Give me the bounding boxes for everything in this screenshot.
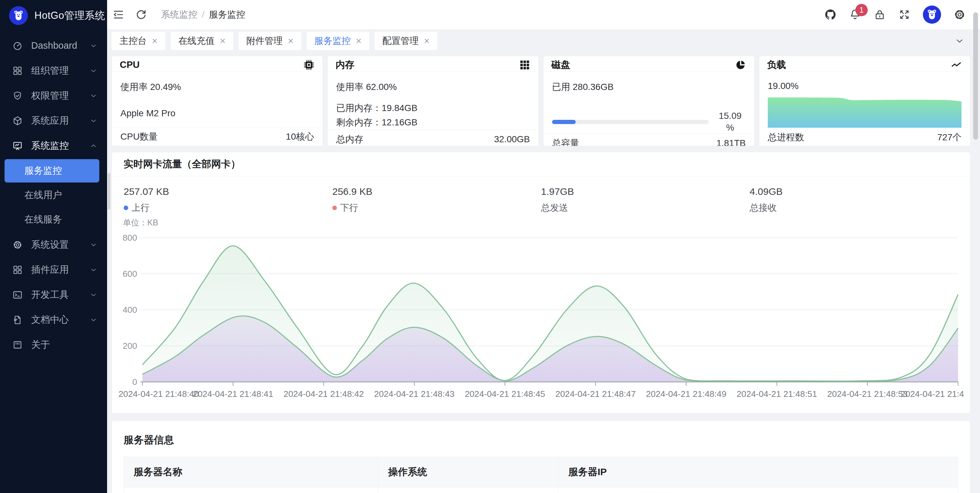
settings-gear-icon[interactable] bbox=[953, 8, 966, 21]
breadcrumb: 系统监控 / 服务监控 bbox=[161, 8, 245, 21]
cube-icon bbox=[12, 116, 23, 126]
close-tab-icon[interactable]: × bbox=[424, 36, 430, 46]
app-logo[interactable]: HotGo管理系统 bbox=[0, 0, 107, 31]
memory-usage-text: 使用率 62.00% bbox=[336, 81, 530, 93]
cpu-card-title: CPU bbox=[120, 59, 140, 70]
svg-text:2024-04-21 21:48:45: 2024-04-21 21:48:45 bbox=[465, 389, 545, 399]
chevron-down-icon bbox=[89, 241, 97, 249]
chevron-down-icon bbox=[89, 67, 97, 75]
monitor-chart-icon bbox=[12, 140, 23, 151]
close-tab-icon[interactable]: × bbox=[288, 36, 294, 46]
legend-dot-icon bbox=[124, 206, 128, 210]
table-header-1: 操作系统 bbox=[379, 457, 558, 487]
breadcrumb-current[interactable]: 服务监控 bbox=[209, 8, 245, 21]
app-title: HotGo管理系统 bbox=[34, 9, 105, 22]
legend-dot-icon bbox=[332, 206, 337, 210]
cpu-model-text: Apple M2 Pro bbox=[120, 108, 314, 118]
chevron-down-icon bbox=[89, 291, 97, 299]
network-stats-row: 257.07 KB上行256.9 KB下行1.97GB总发送4.09GB总接收 bbox=[112, 176, 970, 215]
sidebar-subitem-online-users[interactable]: 在线用户 bbox=[5, 183, 99, 207]
gear-icon bbox=[12, 240, 23, 250]
disk-progress-fill bbox=[552, 120, 576, 124]
sidebar-item-system-monitor[interactable]: 系统监控 bbox=[0, 133, 107, 158]
network-chart: 单位：KB 02004006008002024-04-21 21:48:4020… bbox=[112, 215, 970, 413]
chart-unit-label: 单位：KB bbox=[123, 217, 965, 228]
svg-text:200: 200 bbox=[123, 341, 137, 351]
sidebar-item-auth-manage[interactable]: 权限管理 bbox=[0, 83, 107, 108]
sidebar-item-org-manage[interactable]: 组织管理 bbox=[0, 58, 107, 83]
disk-percent-text: 15.09 % bbox=[714, 110, 746, 134]
server-info-card: 服务器信息 服务器名称操作系统服务器IPmengshuaideMBPdarwin… bbox=[111, 421, 970, 493]
sidebar-subitem-online-services[interactable]: 在线服务 bbox=[5, 208, 99, 231]
table-row: mengshuaideMBPdarwin191.27 / .238 bbox=[124, 487, 958, 493]
stat-cards-row: CPU 使用率 20.49% Apple M2 Pro CPU数量 10核心 bbox=[111, 56, 970, 146]
content-scrollbar[interactable] bbox=[108, 173, 110, 209]
network-stat-1: 256.9 KB下行 bbox=[332, 186, 541, 214]
svg-text:2024-04-21 21:4: 2024-04-21 21:4 bbox=[900, 389, 964, 399]
svg-text:400: 400 bbox=[123, 305, 137, 315]
sidebar-item-system-apps[interactable]: 系统应用 bbox=[0, 108, 107, 133]
close-tab-icon[interactable]: × bbox=[152, 36, 158, 46]
cpu-footer-value: 10核心 bbox=[286, 131, 314, 143]
load-card: 负载 19.00% 总进程数 727个 bbox=[759, 56, 970, 146]
collapse-sidebar-icon[interactable] bbox=[112, 8, 125, 21]
memory-free-text: 剩余内存：12.16GB bbox=[336, 115, 530, 129]
pie-chart-icon bbox=[735, 59, 746, 71]
server-info-table: 服务器名称操作系统服务器IPmengshuaideMBPdarwin191.27… bbox=[124, 456, 958, 493]
svg-text:2024-04-21 21:48:51: 2024-04-21 21:48:51 bbox=[737, 389, 817, 399]
close-tab-icon[interactable]: × bbox=[220, 36, 226, 46]
table-header-0: 服务器名称 bbox=[124, 457, 379, 487]
plugin-grid-icon bbox=[12, 265, 23, 275]
load-footer-value: 727个 bbox=[937, 131, 961, 144]
sidebar-item-dev-tools[interactable]: 开发工具 bbox=[0, 282, 107, 307]
memory-footer-value: 32.00GB bbox=[494, 134, 530, 145]
cpu-footer-label: CPU数量 bbox=[120, 131, 158, 143]
sidebar-item-plugin-apps[interactable]: 插件应用 bbox=[0, 257, 107, 282]
sidebar: HotGo管理系统 Dashboard组织管理权限管理系统应用系统监控服务监控在… bbox=[0, 0, 107, 493]
refresh-icon[interactable] bbox=[135, 8, 147, 21]
tab-console[interactable]: 主控台× bbox=[111, 32, 165, 50]
network-stat-2: 1.97GB总发送 bbox=[541, 186, 749, 214]
close-tab-icon[interactable]: × bbox=[356, 36, 362, 46]
chevron-down-icon bbox=[89, 42, 97, 50]
fullscreen-icon[interactable] bbox=[898, 8, 910, 21]
disk-footer-value: 1.81TB bbox=[716, 138, 746, 147]
memory-used-text: 已用内存：19.84GB bbox=[336, 101, 530, 115]
notification-badge: 1 bbox=[855, 4, 868, 16]
tab-serve-monitor[interactable]: 服务监控× bbox=[307, 32, 370, 50]
svg-text:800: 800 bbox=[123, 233, 137, 243]
chevron-down-icon bbox=[89, 266, 97, 274]
svg-text:0: 0 bbox=[132, 377, 137, 387]
breadcrumb-parent[interactable]: 系统监控 bbox=[161, 8, 197, 21]
svg-text:2024-04-21 21:48:42: 2024-04-21 21:48:42 bbox=[284, 389, 364, 399]
gauge-icon bbox=[12, 41, 23, 51]
github-icon[interactable] bbox=[824, 8, 837, 21]
server-ip-cell: 191.27 / .238 bbox=[558, 487, 958, 493]
sidebar-subitem-serve-monitor[interactable]: 服务监控 bbox=[5, 159, 99, 182]
cpu-usage-text: 使用率 20.49% bbox=[120, 81, 314, 93]
disk-card-title: 磁盘 bbox=[551, 59, 570, 72]
top-header: 系统监控 / 服务监控 1 bbox=[107, 0, 980, 29]
chevron-up-icon bbox=[89, 142, 97, 150]
vertical-scrollbar[interactable] bbox=[973, 12, 978, 140]
load-footer-label: 总进程数 bbox=[768, 131, 804, 144]
sidebar-item-about[interactable]: 关于 bbox=[0, 332, 107, 357]
tab-config-manage[interactable]: 配置管理× bbox=[374, 32, 438, 50]
svg-text:2024-04-21 21:48:41: 2024-04-21 21:48:41 bbox=[193, 389, 273, 399]
tab-online-recharge[interactable]: 在线充值× bbox=[171, 32, 234, 50]
tab-attachment-manage[interactable]: 附件管理× bbox=[239, 32, 301, 50]
memory-grid-icon bbox=[519, 59, 531, 71]
svg-text:2024-04-21 21:48:49: 2024-04-21 21:48:49 bbox=[646, 389, 727, 399]
breadcrumb-separator: / bbox=[202, 10, 204, 20]
notifications-bell[interactable]: 1 bbox=[849, 8, 861, 21]
load-value-text: 19.00% bbox=[768, 81, 961, 91]
load-sparkline-chart bbox=[768, 96, 961, 128]
sidebar-item-system-settings[interactable]: 系统设置 bbox=[0, 232, 107, 257]
user-avatar[interactable] bbox=[923, 6, 941, 24]
sidebar-item-dashboard[interactable]: Dashboard bbox=[0, 33, 107, 58]
sidebar-item-doc-center[interactable]: 文档中心 bbox=[0, 307, 107, 332]
memory-card-title: 内存 bbox=[336, 59, 354, 72]
tab-bar: 主控台×在线充值×附件管理×服务监控×配置管理× bbox=[107, 29, 980, 53]
lock-screen-icon[interactable] bbox=[873, 8, 886, 21]
chevron-down-icon bbox=[89, 316, 97, 324]
